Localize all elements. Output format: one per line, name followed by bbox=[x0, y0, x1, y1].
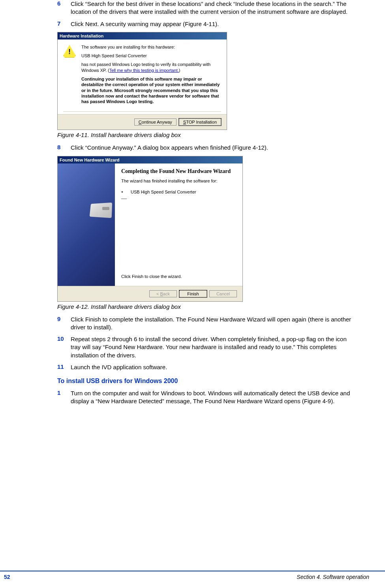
dialog-title: Found New Hardware Wizard bbox=[58, 156, 242, 163]
step-number: 11 bbox=[57, 363, 71, 370]
continue-anyway-button[interactable]: CContinue Anywayontinue Anyway bbox=[134, 118, 177, 126]
step-number: 8 bbox=[57, 144, 71, 150]
page-footer: 52 Section 4. Software operation bbox=[0, 571, 385, 580]
step-text: Repeat steps 2 through 6 to install the … bbox=[71, 335, 353, 359]
step-number: 1 bbox=[57, 389, 71, 396]
dialog-title: Hardware Installation bbox=[58, 32, 227, 39]
step-text: Click “Continue Anyway.” A dialog box ap… bbox=[71, 144, 353, 152]
figure-4-12: Found New Hardware Wizard Completing the… bbox=[57, 156, 353, 302]
wizard-subtext: The wizard has finished installing the s… bbox=[121, 178, 236, 183]
dialog-body: The software you are installing for this… bbox=[58, 39, 227, 115]
back-button: < Back< Back bbox=[149, 290, 177, 297]
wizard-sidebar-graphic bbox=[58, 163, 115, 286]
section-heading-win2000: To install USB drivers for Windows 2000 bbox=[57, 378, 353, 385]
step-text: Turn on the computer and wait for Window… bbox=[71, 389, 353, 406]
cancel-button: Cancel bbox=[209, 290, 237, 297]
dialog-device: USB High Speed Serial Converter bbox=[81, 53, 221, 58]
wizard-heading: Completing the Found New Hardware Wizard bbox=[121, 168, 236, 175]
step-text: Click Next. A security warning may appea… bbox=[71, 20, 353, 28]
step-1: 1 Turn on the computer and wait for Wind… bbox=[57, 389, 353, 406]
found-new-hardware-dialog: Found New Hardware Wizard Completing the… bbox=[57, 156, 243, 302]
step-text: Launch the IVD application software. bbox=[71, 363, 353, 371]
stop-installation-button[interactable]: STOP InstallationSTOP Installation bbox=[179, 118, 221, 126]
section-label: Section 4. Software operation bbox=[297, 574, 369, 580]
step-7: 7 Click Next. A security warning may app… bbox=[57, 20, 353, 28]
dialog-message: The software you are installing for this… bbox=[81, 44, 221, 108]
step-6: 6 Click “Search for the best driver in t… bbox=[57, 0, 353, 16]
step-11: 11 Launch the IVD application software. bbox=[57, 363, 353, 371]
step-9: 9 Click Finish to complete the installat… bbox=[57, 316, 353, 332]
hardware-installation-dialog: Hardware Installation The software you a… bbox=[57, 32, 227, 130]
dialog-warning-bold: Continuing your installation of this sof… bbox=[81, 76, 221, 104]
page-number: 52 bbox=[4, 574, 10, 580]
warning-icon bbox=[63, 45, 76, 58]
step-text: Click Finish to complete the installatio… bbox=[71, 316, 353, 332]
step-number: 6 bbox=[57, 0, 71, 7]
figure-4-11-caption: Figure 4-11. Install hardware drivers di… bbox=[57, 132, 353, 138]
step-number: 9 bbox=[57, 316, 71, 322]
wizard-content: Completing the Found New Hardware Wizard… bbox=[115, 163, 242, 286]
wizard-device-name: USB High Speed Serial Converter bbox=[131, 190, 196, 194]
dialog-line-1: The software you are installing for this… bbox=[81, 44, 221, 50]
step-number: 7 bbox=[57, 20, 71, 27]
usb-icon bbox=[121, 189, 128, 195]
dialog-body: Completing the Found New Hardware Wizard… bbox=[58, 163, 242, 286]
step-text: Click “Search for the best driver in the… bbox=[71, 0, 353, 16]
dialog-footer: < Back< Back Finish Cancel bbox=[58, 286, 242, 301]
dialog-footer: CContinue Anywayontinue Anyway STOP Inst… bbox=[58, 114, 227, 130]
separator bbox=[63, 111, 221, 112]
step-10: 10 Repeat steps 2 through 6 to install t… bbox=[57, 335, 353, 359]
wizard-device-row: USB High Speed Serial Converter bbox=[121, 189, 236, 195]
wizard-close-text: Click Finish to close the wizard. bbox=[121, 274, 236, 279]
why-testing-link[interactable]: Tell me why this testing is important. bbox=[109, 68, 179, 73]
step-number: 10 bbox=[57, 335, 71, 342]
finish-button[interactable]: Finish bbox=[179, 290, 207, 297]
step-8: 8 Click “Continue Anyway.” A dialog box … bbox=[57, 144, 353, 152]
dialog-line-2: has not passed Windows Logo testing to v… bbox=[81, 62, 221, 73]
figure-4-11: Hardware Installation The software you a… bbox=[57, 32, 353, 130]
figure-4-12-caption: Figure 4-12. Install hardware drivers di… bbox=[57, 303, 353, 310]
